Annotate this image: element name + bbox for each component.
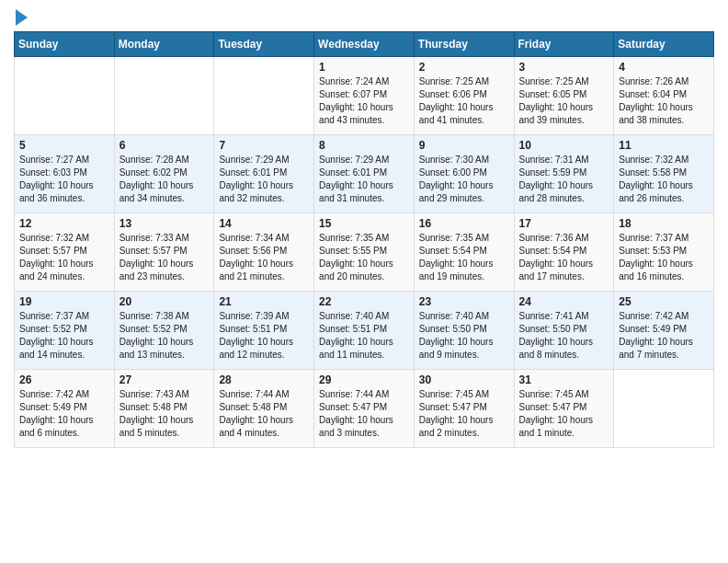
cell-content-line: Daylight: 10 hours [119, 414, 210, 427]
day-number: 15 [319, 217, 409, 230]
cell-content-line: Sunset: 5:49 PM [619, 323, 709, 336]
day-number: 24 [519, 295, 609, 308]
cell-content-line: Sunrise: 7:40 AM [419, 310, 509, 323]
cell-content-line: Sunrise: 7:36 AM [519, 232, 609, 245]
cell-content-line: and 39 minutes. [519, 114, 609, 127]
day-number: 18 [619, 217, 709, 230]
day-number: 7 [219, 139, 309, 152]
column-header-friday: Friday [514, 32, 614, 57]
cell-content-line: Sunset: 5:48 PM [119, 401, 210, 414]
calendar-cell: 5Sunrise: 7:27 AMSunset: 6:03 PMDaylight… [15, 135, 115, 213]
cell-content-line: and 3 minutes. [319, 427, 409, 440]
day-number: 28 [219, 373, 309, 386]
calendar-week-row: 1Sunrise: 7:24 AMSunset: 6:07 PMDaylight… [15, 57, 714, 135]
calendar-cell [114, 57, 214, 135]
calendar-cell: 27Sunrise: 7:43 AMSunset: 5:48 PMDayligh… [114, 370, 214, 448]
cell-content-line: and 9 minutes. [419, 349, 509, 362]
day-number: 22 [319, 295, 409, 308]
calendar-table: SundayMondayTuesdayWednesdayThursdayFrid… [14, 31, 714, 448]
cell-content-line: and 8 minutes. [519, 349, 609, 362]
cell-content-line: Sunset: 5:57 PM [119, 245, 210, 258]
cell-content-line: Daylight: 10 hours [519, 179, 609, 192]
cell-content-line: Sunrise: 7:29 AM [219, 154, 309, 167]
column-header-saturday: Saturday [614, 32, 714, 57]
day-number: 5 [19, 139, 109, 152]
cell-content-line: Daylight: 10 hours [319, 414, 409, 427]
calendar-cell: 29Sunrise: 7:44 AMSunset: 5:47 PMDayligh… [314, 370, 415, 448]
cell-content-line: Daylight: 10 hours [519, 336, 609, 349]
cell-content-line: Sunrise: 7:30 AM [419, 154, 509, 167]
cell-content-line: and 34 minutes. [119, 192, 210, 205]
calendar-cell: 7Sunrise: 7:29 AMSunset: 6:01 PMDaylight… [214, 135, 314, 213]
cell-content-line: Sunset: 6:03 PM [19, 167, 109, 179]
cell-content-line: Daylight: 10 hours [419, 414, 509, 427]
cell-content-line: Sunset: 5:54 PM [519, 245, 609, 258]
calendar-cell: 2Sunrise: 7:25 AMSunset: 6:06 PMDaylight… [414, 57, 514, 135]
calendar-cell: 19Sunrise: 7:37 AMSunset: 5:52 PMDayligh… [15, 292, 115, 370]
cell-content-line: Sunrise: 7:44 AM [219, 388, 309, 401]
cell-content-line: Sunrise: 7:32 AM [619, 154, 709, 167]
day-number: 1 [319, 61, 409, 74]
cell-content-line: Daylight: 10 hours [419, 336, 509, 349]
calendar-cell: 9Sunrise: 7:30 AMSunset: 6:00 PMDaylight… [414, 135, 514, 213]
day-number: 29 [319, 373, 409, 386]
cell-content-line: Sunset: 6:00 PM [419, 167, 509, 179]
cell-content-line: and 23 minutes. [119, 270, 210, 283]
cell-content-line: and 1 minute. [519, 427, 609, 440]
cell-content-line: Sunset: 5:49 PM [19, 401, 109, 414]
cell-content-line: Sunset: 5:50 PM [519, 323, 609, 336]
cell-content-line: Daylight: 10 hours [219, 414, 309, 427]
cell-content-line: Daylight: 10 hours [619, 179, 709, 192]
cell-content-line: Sunset: 6:06 PM [419, 88, 509, 101]
day-number: 20 [119, 295, 210, 308]
cell-content-line: Sunrise: 7:37 AM [19, 310, 109, 323]
cell-content-line: and 16 minutes. [619, 270, 709, 283]
cell-content-line: Sunrise: 7:24 AM [319, 75, 409, 88]
day-number: 3 [519, 61, 609, 74]
cell-content-line: Sunset: 6:01 PM [319, 167, 409, 179]
cell-content-line: Sunset: 6:05 PM [519, 88, 609, 101]
cell-content-line: Sunrise: 7:31 AM [519, 154, 609, 167]
day-number: 17 [519, 217, 609, 230]
calendar-cell: 23Sunrise: 7:40 AMSunset: 5:50 PMDayligh… [414, 292, 514, 370]
day-number: 23 [419, 295, 509, 308]
cell-content-line: Sunset: 5:53 PM [619, 245, 709, 258]
calendar-cell: 18Sunrise: 7:37 AMSunset: 5:53 PMDayligh… [614, 213, 714, 292]
calendar-cell: 16Sunrise: 7:35 AMSunset: 5:54 PMDayligh… [414, 213, 514, 292]
cell-content-line: and 31 minutes. [319, 192, 409, 205]
calendar-cell [614, 370, 714, 448]
cell-content-line: Sunset: 6:04 PM [619, 88, 709, 101]
calendar-cell: 21Sunrise: 7:39 AMSunset: 5:51 PMDayligh… [214, 292, 314, 370]
day-number: 11 [619, 139, 709, 152]
calendar-cell: 6Sunrise: 7:28 AMSunset: 6:02 PMDaylight… [114, 135, 214, 213]
cell-content-line: and 43 minutes. [319, 114, 409, 127]
calendar-header-row: SundayMondayTuesdayWednesdayThursdayFrid… [15, 32, 714, 57]
cell-content-line: Sunset: 6:07 PM [319, 88, 409, 101]
cell-content-line: Sunrise: 7:44 AM [319, 388, 409, 401]
cell-content-line: and 36 minutes. [19, 192, 109, 205]
cell-content-line: Sunrise: 7:26 AM [619, 75, 709, 88]
calendar-cell: 30Sunrise: 7:45 AMSunset: 5:47 PMDayligh… [414, 370, 514, 448]
cell-content-line: Sunrise: 7:29 AM [319, 154, 409, 167]
calendar-cell: 1Sunrise: 7:24 AMSunset: 6:07 PMDaylight… [314, 57, 415, 135]
calendar-cell: 8Sunrise: 7:29 AMSunset: 6:01 PMDaylight… [314, 135, 415, 213]
cell-content-line: Sunset: 5:57 PM [19, 245, 109, 258]
calendar-cell: 28Sunrise: 7:44 AMSunset: 5:48 PMDayligh… [214, 370, 314, 448]
cell-content-line: and 26 minutes. [619, 192, 709, 205]
calendar-cell: 15Sunrise: 7:35 AMSunset: 5:55 PMDayligh… [314, 213, 415, 292]
column-header-tuesday: Tuesday [214, 32, 314, 57]
column-header-wednesday: Wednesday [314, 32, 415, 57]
cell-content-line: Daylight: 10 hours [519, 101, 609, 114]
day-number: 16 [419, 217, 509, 230]
cell-content-line: and 5 minutes. [119, 427, 210, 440]
cell-content-line: Sunset: 5:51 PM [319, 323, 409, 336]
day-number: 13 [119, 217, 210, 230]
cell-content-line: Daylight: 10 hours [619, 258, 709, 270]
cell-content-line: Sunrise: 7:40 AM [319, 310, 409, 323]
cell-content-line: and 12 minutes. [219, 349, 309, 362]
cell-content-line: Sunrise: 7:25 AM [419, 75, 509, 88]
cell-content-line: Sunrise: 7:41 AM [519, 310, 609, 323]
calendar-cell: 14Sunrise: 7:34 AMSunset: 5:56 PMDayligh… [214, 213, 314, 292]
cell-content-line: Daylight: 10 hours [219, 258, 309, 270]
day-number: 2 [419, 61, 509, 74]
